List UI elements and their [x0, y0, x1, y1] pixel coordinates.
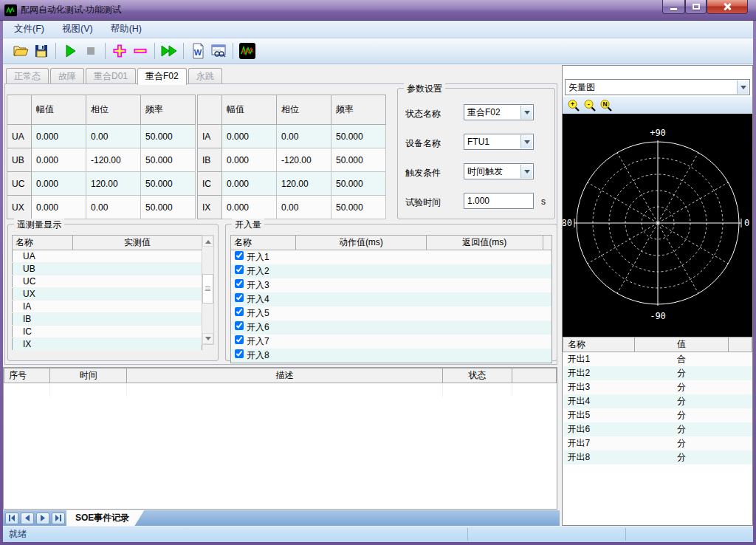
last-record-button[interactable] [52, 513, 65, 524]
input-enable-checkbox[interactable] [235, 293, 244, 302]
close-button[interactable] [707, 0, 748, 14]
telemetry-name: IC [13, 326, 73, 338]
menu-view[interactable]: 视图(V) [55, 23, 100, 35]
maximize-button[interactable] [685, 0, 707, 14]
state-tab-4[interactable]: 重合F02 [137, 68, 187, 85]
trigger-condition-label: 触发条件 [405, 167, 441, 179]
report-preview-button[interactable] [208, 41, 229, 61]
zoom-in-button[interactable]: + [566, 98, 582, 113]
return-value-cell [426, 335, 543, 349]
action-value-cell [296, 306, 426, 321]
phase-cell[interactable]: 0.00 [86, 196, 141, 219]
menubar: 文件(F) 视图(V) 帮助(H) [3, 21, 753, 38]
phasor-row-IX: IX0.0000.0050.000 [198, 196, 386, 219]
state-name-label: 状态名称 [405, 108, 441, 120]
amplitude-cell[interactable]: 0.000 [222, 148, 277, 172]
phase-cell[interactable]: -120.00 [86, 148, 141, 172]
filler-cell [729, 337, 752, 352]
add-state-button[interactable] [109, 41, 130, 61]
amplitude-cell[interactable]: 0.000 [32, 125, 86, 148]
frequency-cell[interactable]: 50.000 [141, 196, 196, 219]
previous-record-button[interactable] [21, 513, 34, 524]
frequency-cell[interactable]: 50.000 [141, 172, 196, 196]
waveform-view-button[interactable] [237, 41, 258, 61]
input-name: 开入3 [247, 280, 269, 290]
trigger-condition-combo[interactable]: 时间触发 [464, 163, 534, 179]
binary-output-row-6: 开出6分 [563, 422, 752, 436]
state-tab-5[interactable]: 永跳 [188, 68, 222, 84]
return-value-cell [426, 306, 543, 321]
input-enable-checkbox[interactable] [235, 321, 244, 330]
frequency-cell[interactable]: 50.000 [331, 172, 386, 196]
test-duration-input[interactable]: 1.000 [464, 193, 534, 209]
input-enable-checkbox[interactable] [235, 307, 244, 316]
amplitude-cell[interactable]: 0.000 [32, 148, 86, 172]
amplitude-cell[interactable]: 0.000 [222, 196, 277, 219]
binary-input-row-6: 开入6 [231, 321, 552, 335]
tab-soe-events[interactable]: SOE事件记录 [66, 510, 144, 526]
voltage-phasor-table: 幅值 相位 频率 UA0.0000.0050.000UB0.000-120.00… [7, 95, 196, 219]
stop-button[interactable] [80, 41, 101, 61]
view-selector-combo[interactable]: 矢量图 [565, 79, 750, 95]
chevron-down-icon[interactable] [737, 80, 749, 94]
menu-help[interactable]: 帮助(H) [104, 23, 148, 35]
frequency-cell[interactable]: 50.000 [331, 148, 386, 172]
phase-cell[interactable]: -120.00 [277, 148, 331, 172]
state-tab-1[interactable]: 正常态 [6, 68, 49, 84]
menu-file[interactable]: 文件(F) [7, 23, 51, 35]
device-name-combo[interactable]: FTU1 [464, 134, 534, 150]
word-report-button[interactable]: W [188, 41, 208, 61]
zoom-out-button[interactable]: - [582, 98, 598, 113]
chevron-down-icon[interactable] [520, 135, 532, 148]
amplitude-cell[interactable]: 0.000 [222, 125, 277, 148]
input-enable-checkbox[interactable] [235, 265, 244, 274]
telemetry-scrollbar[interactable] [202, 235, 214, 345]
state-tab-2[interactable]: 故障 [50, 68, 84, 84]
phase-cell[interactable]: 120.00 [86, 172, 141, 196]
amplitude-cell[interactable]: 0.000 [32, 196, 86, 219]
scroll-down-icon[interactable] [202, 333, 213, 344]
telemetry-value [72, 275, 202, 288]
scrollbar-thumb[interactable] [202, 274, 213, 304]
input-name-cell: 开入2 [231, 264, 296, 278]
save-button[interactable] [31, 41, 52, 61]
amplitude-cell[interactable]: 0.000 [32, 172, 86, 196]
input-enable-checkbox[interactable] [235, 279, 244, 288]
zoom-reset-button[interactable]: N [598, 98, 614, 113]
input-enable-checkbox[interactable] [235, 349, 244, 358]
phase-cell[interactable]: 0.00 [277, 196, 331, 219]
state-tab-3[interactable]: 重合D01 [86, 68, 136, 84]
run-button[interactable] [60, 41, 80, 61]
telemetry-row-UX: UX [13, 288, 202, 301]
telemetry-row-UC: UC [13, 275, 202, 288]
input-name-cell: 开入8 [231, 349, 296, 363]
first-record-button[interactable] [5, 513, 18, 524]
frequency-cell[interactable]: 50.000 [141, 125, 196, 148]
phase-cell[interactable]: 0.00 [277, 125, 331, 148]
device-name-label: 设备名称 [405, 137, 441, 150]
row-label: UC [7, 172, 32, 196]
amplitude-cell[interactable]: 0.000 [222, 172, 277, 196]
frequency-cell[interactable]: 50.000 [331, 196, 386, 219]
chevron-down-icon[interactable] [520, 106, 532, 119]
open-file-button[interactable] [10, 41, 31, 61]
state-name-combo[interactable]: 重合F02 [464, 104, 534, 120]
toolbar-separator [233, 43, 233, 59]
run-all-button[interactable] [159, 41, 179, 61]
frequency-cell[interactable]: 50.000 [331, 125, 386, 148]
chevron-down-icon[interactable] [520, 165, 532, 178]
remove-state-button[interactable] [130, 41, 151, 61]
next-record-button[interactable] [36, 513, 49, 524]
action-value-cell [296, 264, 426, 278]
binary-input-row-8: 开入8 [231, 349, 552, 363]
minimize-button[interactable] [662, 0, 685, 14]
frequency-cell[interactable]: 50.000 [141, 148, 196, 172]
input-enable-checkbox[interactable] [235, 335, 244, 344]
input-enable-checkbox[interactable] [235, 251, 244, 260]
phase-cell[interactable]: 120.00 [277, 172, 331, 196]
telemetry-row-IX: IX [13, 338, 202, 351]
soe-tab-bar: SOE事件记录 [3, 510, 560, 526]
binary-input-row-2: 开入2 [231, 264, 552, 278]
phase-cell[interactable]: 0.00 [86, 125, 141, 148]
scroll-up-icon[interactable] [202, 236, 213, 247]
